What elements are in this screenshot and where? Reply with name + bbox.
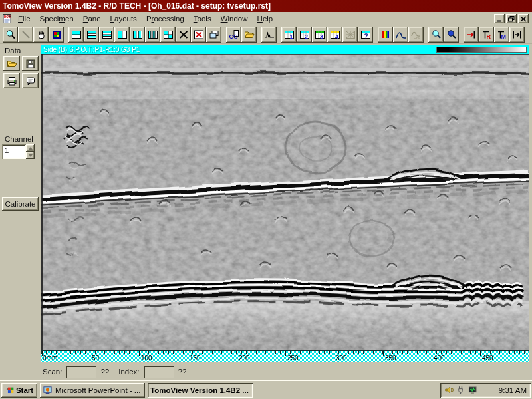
index-field[interactable] (144, 366, 174, 378)
task-tomoview[interactable]: TomoView Version 1.4B2 ... (148, 383, 253, 398)
red-x-icon (194, 29, 204, 40)
layout-3cols-button[interactable] (130, 27, 145, 43)
windows-logo-icon (5, 386, 15, 395)
menu-specimen[interactable]: Specimen (35, 13, 78, 24)
magnifier-icon (5, 29, 16, 40)
major-tick (188, 351, 188, 356)
layout-grid-button[interactable] (160, 27, 176, 43)
printer-icon (7, 76, 17, 86)
glasses-document-icon (229, 29, 239, 40)
gate-width-icon (512, 29, 523, 40)
major-tick (334, 351, 334, 356)
color-palette-button[interactable] (378, 27, 393, 43)
close-button[interactable] (518, 14, 529, 23)
zoom-tool-button[interactable] (3, 27, 18, 43)
layout-4rows-button[interactable] (99, 27, 114, 43)
svg-text:Env.: Env. (414, 36, 421, 40)
scan-field[interactable] (66, 366, 96, 378)
view-setup-button[interactable] (226, 27, 241, 43)
major-tick (237, 351, 237, 356)
open-layout-button[interactable] (241, 27, 257, 43)
gate-r-icon: R (481, 29, 492, 40)
layout-4cols-button[interactable] (145, 27, 160, 43)
cascade-windows-button[interactable] (206, 27, 221, 43)
zoom-in-icon (431, 29, 442, 40)
data-group-1-button[interactable]: 1 (281, 27, 297, 43)
svg-text:1: 1 (289, 33, 293, 40)
spin-up-button[interactable] (26, 144, 35, 152)
layout-2cols-button[interactable] (114, 27, 130, 43)
menu-window[interactable]: Window (216, 13, 253, 24)
save-data-button[interactable] (22, 56, 39, 71)
power-plug-icon[interactable] (456, 385, 466, 395)
task-label: TomoView Version 1.4B2 ... (150, 386, 249, 394)
info-comment-button[interactable] (22, 73, 39, 88)
data-group-3-button[interactable]: 3 (312, 27, 327, 43)
cascade-icon (209, 29, 219, 40)
svg-text:3: 3 (320, 33, 323, 40)
volume-icon[interactable] (444, 385, 454, 395)
spin-down-button[interactable] (26, 152, 35, 159)
layout-2rows-button[interactable] (68, 27, 84, 43)
gate-width-button[interactable] (509, 27, 525, 43)
clock[interactable]: 9:31 AM (499, 386, 527, 394)
menu-layouts[interactable]: Layouts (106, 13, 142, 24)
gate-r-button[interactable]: R (479, 27, 494, 43)
ruler-label: 450 (482, 354, 493, 362)
menu-tools[interactable]: Tools (189, 13, 216, 24)
black-x-icon (178, 29, 189, 40)
table-1-icon: 1 (284, 29, 295, 40)
pan-tool-button[interactable] (33, 27, 49, 43)
menu-pane[interactable]: Pane (78, 13, 106, 24)
line-tool-button[interactable] (18, 27, 33, 43)
zoom-out-button[interactable] (444, 27, 459, 43)
palette-tool-button[interactable] (49, 27, 64, 43)
calibrate-button[interactable]: Calibrate (2, 197, 39, 211)
ruler-label: 100 (141, 354, 152, 362)
data-help-button[interactable]: ? (358, 27, 373, 43)
open-data-button[interactable] (3, 56, 20, 71)
gate-start-button[interactable] (464, 27, 479, 43)
task-powerpoint[interactable]: Microsoft PowerPoint - ... (40, 383, 145, 398)
layout-3rows-button[interactable] (84, 27, 99, 43)
grayscale-gradient-bar (436, 47, 527, 53)
amplitude-curve-button[interactable] (393, 27, 408, 43)
delete-pane-button[interactable] (191, 27, 206, 43)
start-button[interactable]: Start (1, 383, 37, 398)
minimize-button[interactable] (494, 14, 505, 23)
title-bar[interactable]: TomoView Version 1.4B2 - R/D TECH - [Oh_… (0, 0, 532, 12)
open-folder-icon (244, 29, 255, 40)
zoom-in-button[interactable] (428, 27, 444, 43)
data-group-4-button[interactable]: 4 (327, 27, 342, 43)
ascan-display-button[interactable] (261, 27, 277, 43)
floppy-icon (25, 59, 36, 69)
menu-help[interactable]: Help (253, 13, 278, 24)
envelope-disabled-button[interactable]: Env. (408, 27, 424, 43)
menu-file[interactable]: File (13, 13, 35, 24)
channel-label: Channel (5, 135, 33, 143)
comment-bubble-icon (25, 76, 36, 86)
pane-header[interactable]: Side (B) S.P.O.T.:P1-R1:0 G3 P1 (41, 45, 529, 54)
scan-axis-ruler[interactable]: 0mm 50 100 150 200 250 300 350 400 450 (41, 350, 529, 362)
system-tray: 9:31 AM (440, 383, 531, 398)
channel-spinner[interactable]: 1 (2, 144, 35, 159)
restore-button[interactable] (506, 14, 517, 23)
close-pane-button[interactable] (176, 27, 191, 43)
ruler-label: 250 (287, 354, 299, 362)
powerpoint-icon (43, 385, 53, 395)
major-tick (383, 351, 384, 356)
gate-m-button[interactable]: M (494, 27, 509, 43)
table-3-icon: 3 (315, 29, 325, 40)
data-group-2-button[interactable]: 2 (297, 27, 312, 43)
print-button[interactable] (3, 73, 20, 88)
minimize-icon (496, 16, 503, 22)
merge-disabled-button[interactable] (342, 27, 358, 43)
taskbar: Start Microsoft PowerPoint - ... TomoVie… (0, 380, 532, 399)
channel-value[interactable]: 1 (2, 144, 26, 159)
open-folder-icon (7, 59, 17, 69)
bscan-image-area[interactable] (41, 54, 529, 350)
gate-start-icon (466, 29, 477, 40)
monitor-activity-icon[interactable] (468, 385, 478, 395)
line-icon (21, 29, 31, 40)
menu-processing[interactable]: Processing (142, 13, 189, 24)
